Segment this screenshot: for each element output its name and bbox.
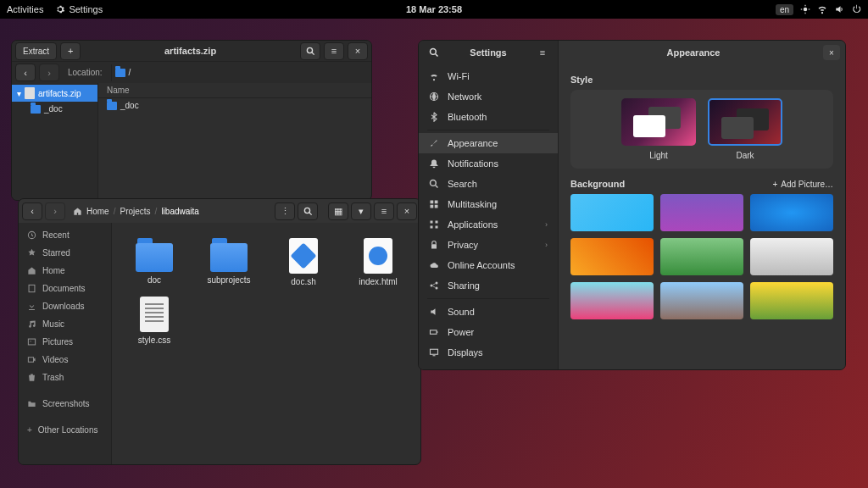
- svg-rect-26: [436, 226, 438, 229]
- files-search-button[interactable]: [298, 202, 318, 220]
- settings-close-button[interactable]: ×: [823, 45, 840, 60]
- location-label: Location:: [63, 68, 108, 77]
- settings-menu-button[interactable]: ≡: [532, 44, 553, 62]
- sidebar-item-screenshots[interactable]: Screenshots: [19, 395, 111, 413]
- sidebar-item-trash[interactable]: Trash: [19, 369, 111, 386]
- sidebar-item-other-locations[interactable]: +Other Locations: [19, 421, 111, 439]
- wallpaper-option[interactable]: [570, 194, 654, 231]
- settings-window: Settings ≡ Wi-Fi Network Bluetooth Appea…: [418, 40, 846, 370]
- nav-item-power[interactable]: Power: [419, 322, 558, 342]
- folder-icon: [136, 243, 173, 272]
- sidebar-item-pictures[interactable]: Pictures: [19, 333, 111, 351]
- archive-close-button[interactable]: ×: [348, 42, 368, 60]
- nav-item-network[interactable]: Network: [419, 86, 558, 107]
- files-menu-button[interactable]: ≡: [374, 202, 394, 220]
- sidebar-item-documents[interactable]: Documents: [19, 280, 111, 297]
- keyboard-layout-indicator[interactable]: en: [776, 4, 793, 15]
- wallpaper-option[interactable]: [750, 194, 833, 231]
- svg-rect-22: [435, 205, 438, 208]
- topbar-clock[interactable]: 18 Mar 23:58: [406, 4, 462, 14]
- nav-item-multitasking[interactable]: Multitasking: [419, 194, 558, 214]
- breadcrumb-home[interactable]: Home: [86, 207, 109, 216]
- files-back-button[interactable]: ‹: [22, 202, 42, 220]
- file-item-folder[interactable]: subprojects: [193, 235, 264, 290]
- svg-point-0: [804, 8, 808, 12]
- nav-item-sound[interactable]: Sound: [419, 302, 558, 322]
- sidebar-item-videos[interactable]: Videos: [19, 351, 111, 369]
- file-item-script[interactable]: doc.sh: [268, 235, 339, 290]
- sidebar-item-home[interactable]: Home: [19, 262, 111, 280]
- breadcrumb[interactable]: Home/ Projects/ libadwaita: [68, 207, 272, 216]
- wallpaper-option[interactable]: [750, 282, 833, 319]
- icon-view-button[interactable]: ▦: [328, 202, 348, 220]
- location-path[interactable]: /: [111, 64, 368, 81]
- sidebar-item-starred[interactable]: Starred: [19, 244, 111, 262]
- view-options-button[interactable]: ▾: [351, 202, 371, 220]
- file-item-html[interactable]: index.html: [342, 235, 414, 290]
- hamburger-icon: ≡: [540, 47, 545, 58]
- wallpaper-option[interactable]: [660, 282, 743, 319]
- archive-search-button[interactable]: [300, 42, 320, 60]
- wallpaper-option[interactable]: [570, 282, 654, 319]
- nav-item-search[interactable]: Search: [419, 174, 558, 194]
- sidebar-item-music[interactable]: Music: [19, 315, 111, 333]
- files-path-menu-button[interactable]: ⋮: [275, 202, 295, 220]
- files-forward-button[interactable]: ›: [45, 202, 65, 220]
- power-icon: [851, 4, 861, 14]
- archive-tree-child[interactable]: _doc: [12, 102, 97, 116]
- files-close-button[interactable]: ×: [397, 202, 417, 220]
- nav-item-displays[interactable]: Displays: [419, 342, 558, 363]
- pictures-icon: [27, 337, 36, 347]
- archive-tree-root[interactable]: ▾ artifacts.zip: [12, 85, 97, 102]
- brightness-icon: [800, 4, 810, 14]
- topbar-system-tray[interactable]: en: [776, 4, 861, 15]
- files-icon-grid: doc subprojects doc.sh index.html style.…: [112, 223, 420, 464]
- theme-option-light[interactable]: Light: [621, 98, 696, 160]
- archive-menu-button[interactable]: ≡: [324, 42, 344, 60]
- settings-search-button[interactable]: [424, 44, 444, 62]
- chevron-right-icon: ›: [545, 220, 548, 229]
- add-picture-button[interactable]: +Add Picture…: [772, 180, 833, 189]
- nav-item-appearance[interactable]: Appearance: [419, 133, 558, 153]
- extract-button[interactable]: Extract: [15, 42, 57, 60]
- svg-point-5: [307, 47, 312, 53]
- archive-forward-button[interactable]: ›: [39, 64, 59, 81]
- script-file-icon: [289, 238, 318, 274]
- nav-item-wifi[interactable]: Wi-Fi: [419, 66, 558, 86]
- nav-item-applications[interactable]: Applications›: [419, 214, 558, 235]
- archive-list-item[interactable]: _doc: [98, 98, 371, 113]
- nav-item-online-accounts[interactable]: Online Accounts: [419, 255, 558, 275]
- wallpaper-option[interactable]: [660, 194, 743, 231]
- theme-option-dark[interactable]: Dark: [708, 98, 782, 160]
- plus-icon: +: [27, 425, 32, 435]
- wallpaper-option[interactable]: [660, 238, 743, 275]
- music-icon: [27, 319, 36, 329]
- topbar-settings-button[interactable]: Settings: [55, 4, 103, 14]
- breadcrumb-projects[interactable]: Projects: [120, 207, 150, 216]
- share-icon: [429, 280, 439, 291]
- archive-back-button[interactable]: ‹: [15, 64, 36, 81]
- text-file-icon: [140, 297, 169, 332]
- cloud-icon: [429, 260, 439, 270]
- wallpaper-option[interactable]: [570, 238, 654, 275]
- file-item-folder[interactable]: doc: [119, 235, 190, 290]
- column-header-name[interactable]: Name: [98, 83, 371, 98]
- nav-item-sharing len[interactable]: Sharing: [419, 275, 558, 296]
- add-files-button[interactable]: +: [60, 42, 81, 60]
- folder-icon: [27, 399, 36, 408]
- nav-item-bluetooth[interactable]: Bluetooth: [419, 107, 558, 127]
- svg-rect-33: [431, 349, 438, 354]
- sidebar-item-downloads[interactable]: Downloads: [19, 297, 111, 315]
- home-icon: [27, 266, 36, 275]
- file-item-css[interactable]: style.css: [119, 293, 190, 348]
- svg-rect-13: [28, 358, 33, 363]
- nav-item-privacy[interactable]: Privacy›: [419, 235, 558, 255]
- svg-point-7: [304, 208, 309, 213]
- activities-button[interactable]: Activities: [7, 4, 43, 14]
- files-window: ‹ › Home/ Projects/ libadwaita ⋮ ▦ ▾ ≡ ×…: [18, 198, 421, 465]
- chevron-left-icon: ‹: [24, 68, 27, 78]
- wallpaper-option[interactable]: [750, 238, 833, 275]
- chevron-down-icon: ▾: [17, 89, 21, 98]
- sidebar-item-recent[interactable]: Recent: [19, 226, 111, 244]
- nav-item-notifications[interactable]: Notifications: [419, 153, 558, 174]
